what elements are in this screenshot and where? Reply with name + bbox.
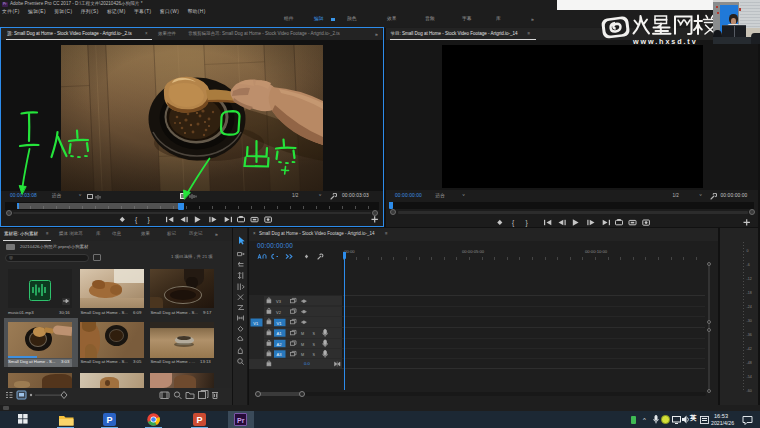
svg-text:{: { xyxy=(135,216,138,224)
svg-text:M: M xyxy=(301,342,304,346)
svg-text:A2: A2 xyxy=(277,341,283,346)
svg-text:A3: A3 xyxy=(277,352,283,357)
svg-text:{: { xyxy=(512,219,515,227)
svg-text:V1: V1 xyxy=(277,320,283,325)
svg-text:M: M xyxy=(301,353,304,357)
svg-text:V3: V3 xyxy=(276,299,282,304)
svg-text:0.0: 0.0 xyxy=(304,361,310,366)
svg-text:A1: A1 xyxy=(277,331,283,336)
svg-text:}: } xyxy=(525,219,528,227)
svg-text:V2: V2 xyxy=(276,309,282,314)
svg-text:M: M xyxy=(301,332,304,336)
svg-text:www.hxsd.tv: www.hxsd.tv xyxy=(632,37,698,46)
svg-text:}: } xyxy=(148,216,151,224)
svg-text:V1: V1 xyxy=(253,320,259,325)
